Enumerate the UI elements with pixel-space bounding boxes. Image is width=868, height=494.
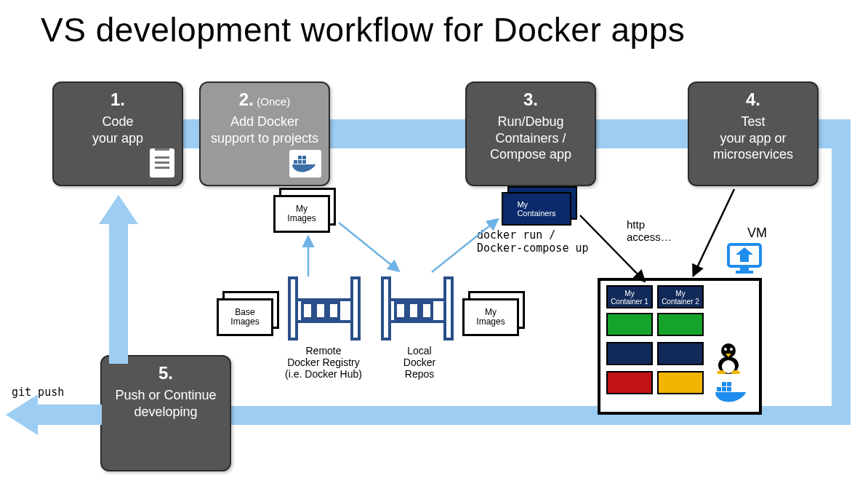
step-3-desc: Run/Debug Containers / Compose app	[474, 113, 587, 163]
vm-label: VM	[747, 226, 767, 241]
svg-rect-31	[722, 387, 726, 391]
step-2-number-line: 2. (Once)	[208, 90, 321, 109]
step-5-number: 5.	[109, 364, 222, 383]
vm-container-2: My Container 2	[657, 285, 704, 308]
docker-whale-icon	[289, 150, 321, 178]
my-images-stack-right: My Images	[462, 291, 523, 335]
vm-container-1-label: My Container 1	[608, 287, 651, 306]
vm-cell-red	[606, 371, 653, 394]
svg-rect-33	[722, 382, 726, 386]
vm-cell-navy-2	[657, 342, 704, 365]
flow-band-right	[832, 119, 851, 425]
svg-rect-4	[298, 156, 302, 159]
vm-container-2-label: My Container 2	[659, 287, 702, 306]
svg-rect-32	[727, 387, 731, 391]
svg-rect-22	[736, 271, 753, 274]
svg-rect-5	[302, 156, 306, 159]
vm-container-1: My Container 1	[606, 285, 653, 308]
svg-rect-18	[409, 303, 419, 319]
svg-rect-6	[289, 278, 297, 339]
svg-rect-35	[109, 218, 128, 364]
step-4: 4. Test your app or microservices	[688, 81, 819, 186]
step-4-desc: Test your app or microservices	[696, 113, 810, 163]
local-repos-label: Local Docker Repos	[365, 345, 474, 380]
vm-cell-green-1	[606, 313, 653, 336]
git-push-label: git push	[12, 386, 64, 399]
git-push-arrow	[6, 394, 102, 435]
step-1-desc: Code your app	[61, 113, 174, 146]
step-3-number: 3.	[474, 90, 587, 109]
svg-rect-3	[302, 160, 306, 164]
svg-rect-21	[740, 268, 749, 271]
vm-cell-green-2	[657, 313, 704, 336]
vm-cell-yellow	[657, 371, 704, 394]
step-2-number: 2.	[239, 89, 254, 109]
stack-front-label: Base Images	[217, 298, 273, 336]
base-images-stack: Base Images	[217, 291, 278, 335]
svg-rect-7	[352, 278, 359, 339]
svg-rect-34	[727, 382, 731, 386]
svg-rect-36	[29, 405, 102, 425]
containers-front-label: My Containers	[502, 192, 571, 226]
vm-monitor-icon	[727, 242, 762, 276]
http-access-label: http access…	[627, 218, 672, 243]
diagram-title: VS development workflow for Docker apps	[41, 10, 685, 49]
step-2-desc: Add Docker support to projects	[208, 113, 321, 146]
stack-front-label: My Images	[462, 298, 519, 336]
docker-whale-icon-vm	[714, 380, 749, 405]
step-2-sub: (Once)	[257, 95, 290, 108]
docker-run-label: docker run / Docker-compose up	[477, 228, 589, 255]
svg-rect-11	[316, 303, 326, 319]
svg-rect-2	[298, 160, 302, 164]
step-3: 3. Run/Debug Containers / Compose app	[465, 81, 596, 186]
flow-arrow-up	[99, 195, 138, 364]
svg-point-26	[724, 348, 727, 351]
svg-rect-30	[717, 387, 721, 391]
remote-registry-label: Remote Docker Registry (i.e. Docker Hub)	[269, 345, 378, 380]
arrow-images-to-local	[339, 223, 398, 271]
svg-rect-10	[302, 303, 313, 319]
svg-rect-13	[382, 278, 390, 339]
svg-rect-14	[445, 278, 452, 339]
vm-cell-navy-1	[606, 342, 653, 365]
step-5: 5. Push or Continue developing	[100, 355, 231, 471]
step-1: 1. Code your app	[52, 81, 183, 186]
step-1-number: 1.	[61, 90, 174, 109]
linux-penguin-icon	[714, 340, 743, 374]
document-icon	[150, 148, 174, 178]
my-containers-stack: My Containers	[502, 186, 577, 226]
step-2: 2. (Once) Add Docker support to projects	[199, 81, 330, 186]
local-repos-shelf	[378, 274, 457, 343]
my-images-stack-top: My Images	[273, 188, 334, 231]
svg-rect-1	[294, 160, 297, 164]
svg-rect-17	[395, 303, 406, 319]
svg-point-27	[730, 348, 733, 351]
step-4-number: 4.	[696, 90, 810, 109]
svg-rect-12	[329, 303, 339, 319]
remote-registry-shelf	[285, 274, 363, 343]
stack-front-label: My Images	[273, 195, 330, 233]
step-5-desc: Push or Continue developing	[109, 387, 222, 420]
svg-rect-19	[422, 303, 432, 319]
